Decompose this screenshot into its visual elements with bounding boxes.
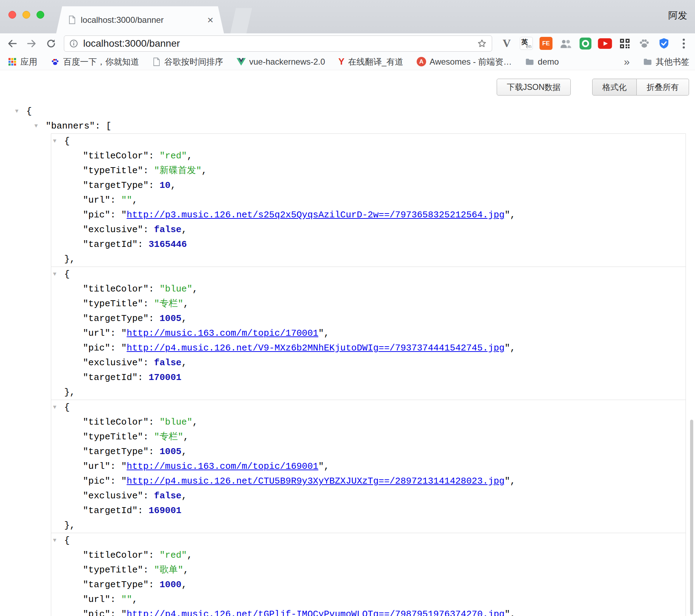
site-info-icon[interactable] [69,39,78,48]
tab-title: localhost:3000/banner [81,15,203,25]
json-link[interactable]: http://p4.music.126.net/CTU5B9R9y3XyYBZX… [127,476,505,486]
youdao-y-icon: Y [338,56,344,67]
json-text: { [64,402,70,413]
json-key: "exclusive" [83,358,143,368]
people-icon [559,37,572,50]
json-text: "exclusive": false, [83,491,187,501]
json-line: "targetType": 1000, [51,577,686,592]
browser-menu-button[interactable] [676,36,691,51]
json-text: "targetId": 170001 [83,372,181,383]
bookmarks-overflow-button[interactable]: » [624,56,630,68]
json-line: ▼{ [51,533,686,548]
proxy-extension-icon[interactable] [578,36,593,51]
collapse-toggle-icon[interactable]: ▼ [53,134,57,149]
json-link[interactable]: http://p4.music.126.net/tGPljf-IMOCyPvum… [127,609,505,616]
team-extension-icon[interactable] [558,36,573,51]
json-link[interactable]: http://music.163.com/m/topic/170001 [127,328,318,339]
paw-icon [638,37,650,50]
collapse-toggle-icon[interactable]: ▼ [15,104,19,119]
json-object-card: ▼{"titleColor": "red","typeTitle": "歌单",… [51,533,686,616]
forward-button[interactable] [25,37,39,51]
json-key: "titleColor" [83,151,148,161]
json-line: ▼{ [51,134,686,149]
json-link[interactable]: http://p4.music.126.net/V9-MXz6b2MNhEKju… [127,343,505,353]
paw-extension-icon[interactable] [637,36,651,51]
json-line: "url": "http://music.163.com/m/topic/169… [51,459,686,474]
reload-button[interactable] [44,37,58,51]
json-line: "url": "", [51,193,686,208]
baidu-paw-icon [51,57,60,66]
zoom-window-button[interactable] [37,11,44,19]
profile-name[interactable]: 阿发 [668,9,687,22]
vimium-v-extension-icon[interactable]: V [499,36,514,51]
json-value: "歌单" [154,565,183,575]
translate-extension-icon[interactable]: 英 en [519,36,534,51]
browser-toolbar: localhost:3000/banner V 英 en FE [0,33,695,53]
shield-extension-icon[interactable] [657,36,671,51]
collapse-toggle-icon[interactable]: ▼ [53,267,57,282]
json-key: "typeTitle" [83,432,143,442]
json-value: false [154,224,181,235]
bookmarks-bar: 应用 百度一下，你就知道 谷歌按时间排序 vue-hackernews-2.0 [0,53,695,70]
bookmark-star-icon[interactable] [477,39,487,48]
json-key: "targetId" [83,372,138,383]
json-link[interactable]: http://p3.music.126.net/s25q2x5QyqsAzilC… [127,210,505,220]
bookmark-label: Awesomes - 前端资… [430,56,512,67]
json-object-card: ▼{"titleColor": "blue","typeTitle": "专栏"… [51,267,686,400]
bookmark-item-vue-hackernews[interactable]: vue-hackernews-2.0 [237,57,325,67]
json-line: ▼{ [51,400,686,415]
bookmark-item-google-sort[interactable]: 谷歌按时间排序 [152,56,223,67]
other-bookmarks-folder[interactable]: 其他书签 [643,56,689,67]
json-link[interactable]: http://music.163.com/m/topic/169001 [127,461,318,472]
collapse-toggle-icon[interactable]: ▼ [53,533,57,548]
fe-extension-icon[interactable]: FE [539,36,553,51]
collapse-all-button[interactable]: 折叠所有 [637,79,689,96]
forward-arrow-icon [26,38,37,49]
bookmark-label: 在线翻译_有道 [348,56,403,67]
bookmark-label: 谷歌按时间排序 [164,56,223,67]
close-window-button[interactable] [8,11,16,19]
bookmark-item-youdao[interactable]: Y 在线翻译_有道 [338,56,403,67]
tab-strip: localhost:3000/banner × 阿发 [0,0,695,33]
json-key: "url" [83,195,110,205]
json-text: "titleColor": "blue", [83,284,198,294]
translate-icon: 英 en [520,37,533,50]
apps-label: 应用 [20,56,37,67]
json-value: 169001 [148,505,181,516]
bookmark-item-awesomes[interactable]: A Awesomes - 前端资… [417,56,512,67]
json-key: "typeTitle" [83,165,143,176]
collapse-toggle-icon[interactable]: ▼ [34,119,38,133]
scrollbar-thumb[interactable] [690,420,693,615]
url-text[interactable]: localhost:3000/banner [83,38,477,49]
v-glyph: V [503,37,511,50]
json-text: "targetType": 1005, [83,446,187,457]
page-favicon-icon [68,15,76,25]
json-object-card: ▼{"titleColor": "red","typeTitle": "新碟首发… [51,133,686,267]
back-button[interactable] [5,37,19,51]
bookmark-item-demo[interactable]: demo [525,57,559,67]
json-key: "targetType" [83,446,148,457]
json-line: ▼{ [51,267,686,282]
tab-close-icon[interactable]: × [207,15,213,25]
json-key: "pic" [83,476,110,486]
address-bar[interactable]: localhost:3000/banner [64,35,492,52]
qrcode-extension-icon[interactable] [617,36,632,51]
json-line: ▼{ [0,104,695,119]
apps-shortcut[interactable]: 应用 [8,56,37,67]
json-text: "url": "", [83,594,138,605]
json-value: "blue" [159,284,192,294]
json-text: "targetType": 1000, [83,579,187,590]
new-tab-button[interactable] [230,8,252,33]
youtube-extension-icon[interactable] [598,36,612,51]
minimize-window-button[interactable] [22,11,30,19]
json-line: }, [51,252,686,267]
json-text: { [64,136,70,146]
collapse-toggle-icon[interactable]: ▼ [53,400,57,415]
bookmark-item-baidu[interactable]: 百度一下，你就知道 [51,56,139,67]
browser-tab[interactable]: localhost:3000/banner × [56,6,224,33]
download-json-button[interactable]: 下载JSON数据 [497,79,571,96]
format-button[interactable]: 格式化 [592,79,637,96]
json-line: "targetId": 170001 [51,370,686,385]
json-text: "pic": "http://p4.music.126.net/CTU5B9R9… [83,476,516,486]
json-key: "titleColor" [83,284,148,294]
